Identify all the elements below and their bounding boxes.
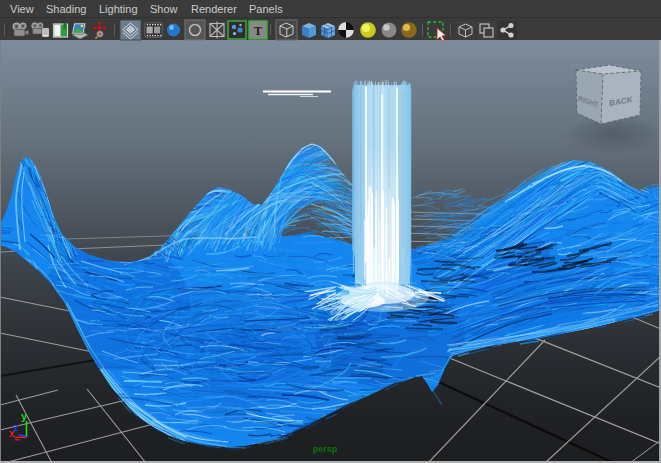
svg-text:persp: persp [313,444,338,454]
svg-text:T: T [254,24,262,38]
svg-text:y: y [21,410,28,422]
svg-text:z: z [14,422,19,433]
